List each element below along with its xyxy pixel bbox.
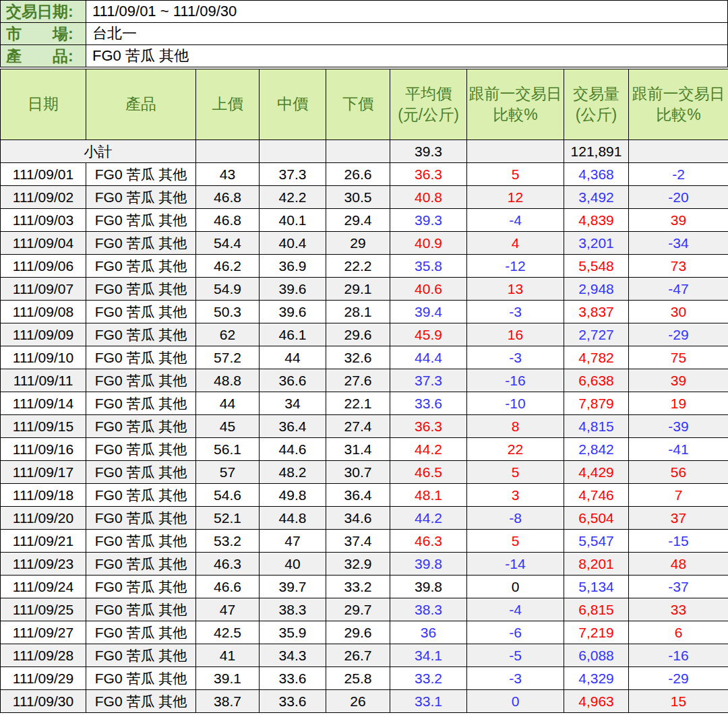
data-row: 111/09/24 FG0 苦瓜 其他 46.6 39.7 33.2 39.8 … xyxy=(1,576,728,598)
low-price-cell: 32.9 xyxy=(326,553,390,576)
volume-change-cell: -29 xyxy=(629,667,728,690)
avg-change-cell: -16 xyxy=(467,369,564,392)
date-cell: 111/09/11 xyxy=(1,369,86,392)
volume-change-cell: 15 xyxy=(629,690,728,713)
avg-change-cell: -3 xyxy=(467,346,564,369)
volume-change-cell: 48 xyxy=(629,553,728,576)
product-cell: FG0 苦瓜 其他 xyxy=(86,163,196,186)
high-price-cell: 48.8 xyxy=(196,369,260,392)
avg-change-cell: 22 xyxy=(467,438,564,461)
avg-change-cell: -14 xyxy=(467,553,564,576)
date-cell: 111/09/09 xyxy=(1,323,86,346)
avg-price-cell: 48.1 xyxy=(390,484,467,507)
mid-price-cell: 44 xyxy=(260,346,326,369)
product-cell: FG0 苦瓜 其他 xyxy=(86,438,196,461)
avg-change-cell: 8 xyxy=(467,415,564,438)
low-price-cell: 34.6 xyxy=(326,507,390,530)
date-cell: 111/09/15 xyxy=(1,415,86,438)
data-row: 111/09/14 FG0 苦瓜 其他 44 34 22.1 33.6 -10 … xyxy=(1,392,728,415)
data-row: 111/09/15 FG0 苦瓜 其他 45 36.4 27.4 36.3 8 … xyxy=(1,415,728,438)
data-row: 111/09/04 FG0 苦瓜 其他 54.4 40.4 29 40.9 4 … xyxy=(1,232,728,255)
volume-cell: 3,837 xyxy=(564,301,629,323)
date-cell: 111/09/08 xyxy=(1,301,86,323)
product-cell: FG0 苦瓜 其他 xyxy=(86,186,196,209)
avg-change-cell: -10 xyxy=(467,392,564,415)
product-cell: FG0 苦瓜 其他 xyxy=(86,507,196,530)
price-table: 日期 產品 上價 中價 下價 平均價(元/公斤) 跟前一交易日比較% 交易量(公… xyxy=(0,69,728,713)
avg-change-cell: -3 xyxy=(467,301,564,323)
avg-change-cell: 12 xyxy=(467,186,564,209)
col-header-avg-change: 跟前一交易日比較% xyxy=(467,69,564,140)
avg-price-cell: 35.8 xyxy=(390,255,467,278)
date-cell: 111/09/06 xyxy=(1,255,86,278)
volume-change-cell: -39 xyxy=(629,415,728,438)
mid-price-cell: 38.3 xyxy=(260,598,326,621)
mid-price-cell: 44.6 xyxy=(260,438,326,461)
mid-price-cell: 46.1 xyxy=(260,323,326,346)
data-row: 111/09/30 FG0 苦瓜 其他 38.7 33.6 26 33.1 0 … xyxy=(1,690,728,713)
high-price-cell: 39.1 xyxy=(196,667,260,690)
mid-price-cell: 37.3 xyxy=(260,163,326,186)
low-price-cell: 37.4 xyxy=(326,530,390,553)
product-cell: FG0 苦瓜 其他 xyxy=(86,346,196,369)
mid-price-cell: 40 xyxy=(260,553,326,576)
product-cell: FG0 苦瓜 其他 xyxy=(86,232,196,255)
product-cell: FG0 苦瓜 其他 xyxy=(86,690,196,713)
low-price-cell: 29 xyxy=(326,232,390,255)
avg-price-cell: 46.5 xyxy=(390,461,467,484)
high-price-cell: 47 xyxy=(196,598,260,621)
mid-price-cell: 39.6 xyxy=(260,278,326,301)
mid-price-cell: 33.6 xyxy=(260,667,326,690)
low-price-cell: 33.2 xyxy=(326,576,390,598)
high-price-cell: 52.1 xyxy=(196,507,260,530)
volume-cell: 2,948 xyxy=(564,278,629,301)
high-price-cell: 54.6 xyxy=(196,484,260,507)
volume-cell: 4,782 xyxy=(564,346,629,369)
date-cell: 111/09/18 xyxy=(1,484,86,507)
avg-price-cell: 40.9 xyxy=(390,232,467,255)
volume-cell: 4,368 xyxy=(564,163,629,186)
high-price-cell: 62 xyxy=(196,323,260,346)
avg-price-cell: 44.2 xyxy=(390,507,467,530)
subtotal-avg-price: 39.3 xyxy=(390,140,467,163)
mid-price-cell: 36.9 xyxy=(260,255,326,278)
high-price-cell: 46.2 xyxy=(196,255,260,278)
mid-price-cell: 40.1 xyxy=(260,209,326,232)
data-row: 111/09/01 FG0 苦瓜 其他 43 37.3 26.6 36.3 5 … xyxy=(1,163,728,186)
mid-price-cell: 34 xyxy=(260,392,326,415)
data-row: 111/09/07 FG0 苦瓜 其他 54.9 39.6 29.1 40.6 … xyxy=(1,278,728,301)
volume-change-cell: 56 xyxy=(629,461,728,484)
col-header-low-price: 下價 xyxy=(326,69,390,140)
data-row: 111/09/28 FG0 苦瓜 其他 41 34.3 26.7 34.1 -5… xyxy=(1,644,728,667)
product-cell: FG0 苦瓜 其他 xyxy=(86,667,196,690)
avg-price-cell: 46.3 xyxy=(390,530,467,553)
mid-price-cell: 40.4 xyxy=(260,232,326,255)
product-cell: FG0 苦瓜 其他 xyxy=(86,461,196,484)
volume-cell: 4,746 xyxy=(564,484,629,507)
volume-cell: 5,547 xyxy=(564,530,629,553)
product-cell: FG0 苦瓜 其他 xyxy=(86,644,196,667)
data-row: 111/09/02 FG0 苦瓜 其他 46.8 42.2 30.5 40.8 … xyxy=(1,186,728,209)
low-price-cell: 28.1 xyxy=(326,301,390,323)
date-cell: 111/09/25 xyxy=(1,598,86,621)
mid-price-cell: 35.9 xyxy=(260,621,326,644)
date-cell: 111/09/02 xyxy=(1,186,86,209)
high-price-cell: 41 xyxy=(196,644,260,667)
date-cell: 111/09/10 xyxy=(1,346,86,369)
high-price-cell: 54.9 xyxy=(196,278,260,301)
volume-change-cell: -29 xyxy=(629,323,728,346)
low-price-cell: 29.7 xyxy=(326,598,390,621)
volume-change-cell: 33 xyxy=(629,598,728,621)
avg-price-cell: 36.3 xyxy=(390,415,467,438)
volume-cell: 6,815 xyxy=(564,598,629,621)
volume-change-cell: -2 xyxy=(629,163,728,186)
low-price-cell: 26 xyxy=(326,690,390,713)
product-cell: FG0 苦瓜 其他 xyxy=(86,553,196,576)
volume-change-cell: 7 xyxy=(629,484,728,507)
low-price-cell: 30.7 xyxy=(326,461,390,484)
date-cell: 111/09/17 xyxy=(1,461,86,484)
volume-change-cell: 19 xyxy=(629,392,728,415)
low-price-cell: 31.4 xyxy=(326,438,390,461)
product-cell: FG0 苦瓜 其他 xyxy=(86,301,196,323)
product-cell: FG0 苦瓜 其他 xyxy=(86,576,196,598)
